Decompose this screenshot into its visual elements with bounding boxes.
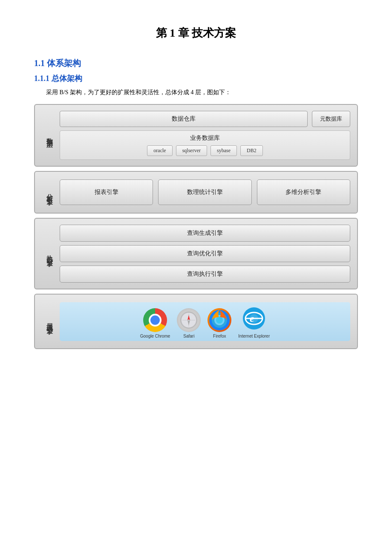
chrome-label: Google Chrome [140,334,170,338]
report-engine-btn: 报表引擎 [60,179,153,205]
data-warehouse-btn: 数据仓库 [60,111,308,127]
analysis-layer-content: 报表引擎 数理统计引擎 多维分析引擎 [60,179,350,205]
db2-btn: DB2 [240,145,263,156]
sybase-btn: sybase [210,145,237,156]
section-1-1-title: 1.1 体系架构 [34,58,358,69]
browser-area: Google Chrome [60,302,350,341]
meta-db-btn: 元数据库 [312,111,350,127]
firefox-label: Firefox [213,334,226,338]
data-layer-label: 数据层 [42,133,54,138]
subsection-1-1-1-title: 1.1.1 总体架构 [34,73,358,84]
architecture-diagram: 数据层 数据仓库 元数据库 业务数据库 oracle sqlserver syb… [34,104,358,349]
ie-icon: e [242,306,266,332]
safari-label: Safari [183,334,194,338]
sqlserver-btn: sqlserver [176,145,207,156]
chrome-icon [143,308,167,332]
execution-layer-label: 执行引擎 [42,250,54,257]
query-exec-engine-btn: 查询执行引擎 [60,266,350,283]
section-1-1: 1.1 体系架构 1.1.1 总体架构 采用 B/S 架构，为了更好的扩展性和灵… [34,58,358,349]
biz-db-title: 业务数据库 [65,134,345,142]
data-layer-top-row: 数据仓库 元数据库 [60,111,350,127]
ie-browser-item: e Internet Explorer [238,306,270,338]
firefox-icon [208,308,231,332]
query-opt-engine-btn: 查询优化引擎 [60,245,350,262]
presentation-layer: 展现引擎 Google Chrome [34,294,358,349]
data-layer-content: 数据仓库 元数据库 业务数据库 oracle sqlserver sybase … [60,111,350,160]
biz-db-buttons: oracle sqlserver sybase DB2 [65,145,345,156]
execution-engines: 查询生成引擎 查询优化引擎 查询执行引擎 [60,225,350,283]
execution-layer: 执行引擎 查询生成引擎 查询优化引擎 查询执行引擎 [34,218,358,289]
analysis-engines: 报表引擎 数理统计引擎 多维分析引擎 [60,179,350,205]
oracle-btn: oracle [147,145,172,156]
chrome-browser-item: Google Chrome [140,308,170,338]
analysis-layer-label: 分析引擎 [42,189,54,196]
svg-point-9 [216,317,223,324]
firefox-browser-item: Firefox [208,308,231,338]
ie-label: Internet Explorer [238,334,270,338]
biz-db-container: 业务数据库 oracle sqlserver sybase DB2 [60,130,350,160]
page-title: 第 1 章 技术方案 [34,26,358,40]
execution-layer-content: 查询生成引擎 查询优化引擎 查询执行引擎 [60,225,350,283]
analysis-layer: 分析引擎 报表引擎 数理统计引擎 多维分析引擎 [34,171,358,214]
safari-browser-item: Safari [177,308,201,338]
query-gen-engine-btn: 查询生成引擎 [60,225,350,242]
presentation-layer-label: 展现引擎 [42,318,54,325]
data-layer: 数据层 数据仓库 元数据库 业务数据库 oracle sqlserver syb… [34,104,358,167]
stats-engine-btn: 数理统计引擎 [158,179,251,205]
olap-engine-btn: 多维分析引擎 [257,179,350,205]
safari-icon [177,308,201,332]
intro-text: 采用 B/S 架构，为了更好的扩展性和灵活性，总体分成 4 层，图如下： [34,89,358,96]
